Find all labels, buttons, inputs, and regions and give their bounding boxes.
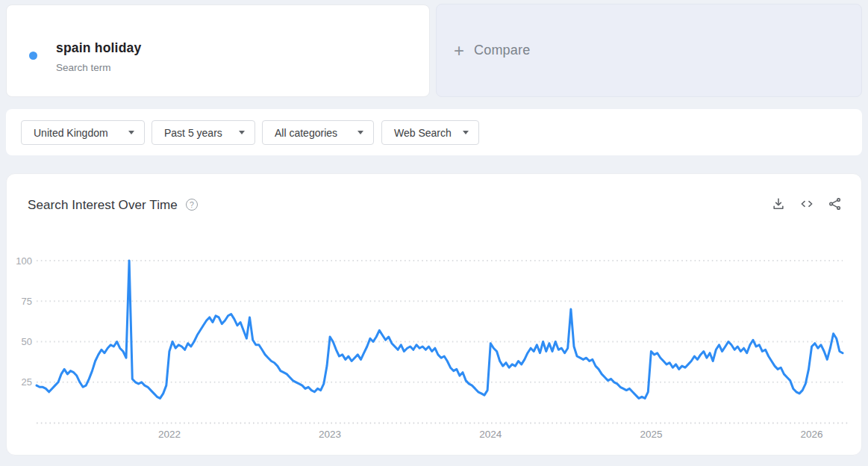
interest-over-time-card: Search Interest Over Time ? 100755025202…: [6, 173, 862, 456]
svg-text:2024: 2024: [479, 429, 502, 440]
search-type-filter-dropdown[interactable]: Web Search: [381, 120, 479, 145]
time-range-filter-label: Past 5 years: [164, 127, 222, 139]
compare-add-card[interactable]: + Compare: [436, 4, 862, 97]
search-term-subtitle: Search term: [56, 62, 111, 73]
country-filter-dropdown[interactable]: United Kingdom: [21, 120, 145, 145]
svg-text:2022: 2022: [158, 429, 181, 440]
svg-text:75: 75: [22, 296, 32, 307]
country-filter-label: United Kingdom: [34, 127, 108, 139]
interest-over-time-chart[interactable]: 10075502520222023202420252026: [7, 174, 863, 456]
series-color-dot: [29, 52, 37, 60]
search-type-filter-label: Web Search: [394, 127, 452, 139]
plus-icon: +: [454, 42, 464, 60]
svg-text:2026: 2026: [801, 429, 823, 440]
caret-down-icon: [463, 131, 469, 134]
svg-text:100: 100: [16, 255, 32, 267]
time-range-filter-dropdown[interactable]: Past 5 years: [152, 120, 255, 145]
search-term-card[interactable]: spain holiday Search term: [6, 4, 430, 97]
svg-text:25: 25: [22, 376, 32, 388]
caret-down-icon: [128, 131, 134, 134]
svg-text:2025: 2025: [640, 429, 662, 440]
svg-text:2023: 2023: [319, 429, 341, 440]
google-trends-explore-page: spain holiday Search term + Compare Unit…: [0, 0, 868, 466]
compare-label: Compare: [474, 43, 530, 58]
search-term-title: spain holiday: [56, 40, 141, 56]
svg-text:50: 50: [22, 336, 32, 347]
caret-down-icon: [239, 131, 245, 134]
caret-down-icon: [357, 131, 363, 134]
filter-bar: United Kingdom Past 5 years All categori…: [6, 109, 862, 155]
category-filter-dropdown[interactable]: All categories: [262, 120, 374, 145]
category-filter-label: All categories: [275, 127, 337, 139]
